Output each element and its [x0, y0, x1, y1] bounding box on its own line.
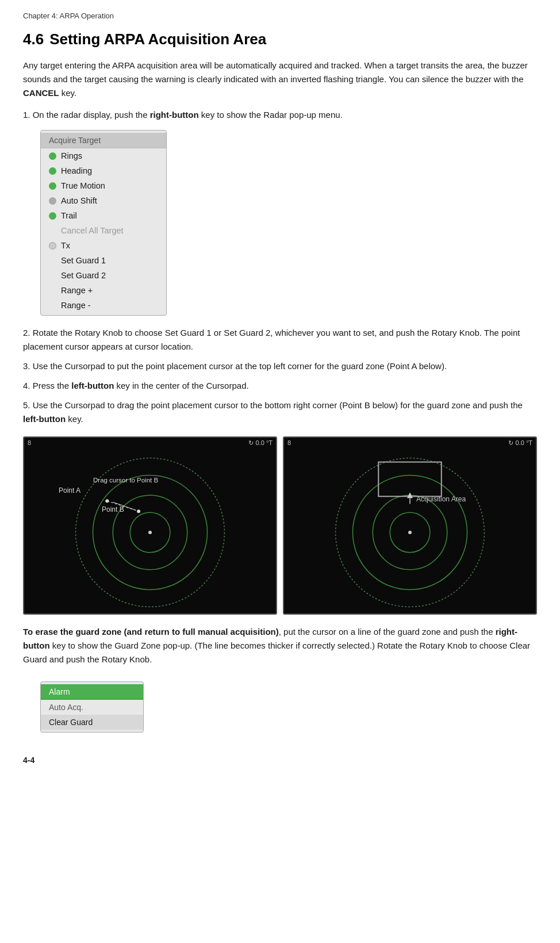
chapter-header: Chapter 4: ARPA Operation: [23, 12, 537, 20]
popup-small-container: Alarm Auto Acq. Clear Guard: [40, 681, 144, 733]
radar-left-svg: [24, 449, 276, 610]
menu-item-rings[interactable]: Rings: [41, 148, 166, 163]
step-3: 3. Use the Cursorpad to put the point pl…: [23, 359, 537, 373]
step-2: 2. Rotate the Rotary Knob to choose Set …: [23, 326, 537, 354]
popup-menu: Acquire Target Rings Heading True Motion…: [40, 130, 167, 316]
erase-paragraph: To erase the guard zone (and return to f…: [23, 625, 537, 666]
menu-item-set-guard-1[interactable]: Set Guard 1: [41, 253, 166, 268]
menu-item-set-guard-2[interactable]: Set Guard 2: [41, 268, 166, 283]
dot-rings: [49, 152, 56, 160]
menu-item-range-plus[interactable]: Range +: [41, 283, 166, 298]
popup-small-item-auto-acq[interactable]: Auto Acq.: [41, 700, 143, 715]
menu-item-heading[interactable]: Heading: [41, 163, 166, 178]
radar-left-top-right: ↻ 0.0 °T: [248, 439, 273, 447]
radar-row: 8 ↻ 0.0 °T Point A Drag cursor to Poi: [23, 436, 537, 615]
section-title: 4.6Setting ARPA Acquisition Area: [23, 30, 537, 48]
menu-item-trail[interactable]: Trail: [41, 208, 166, 223]
radar-left-top-left: 8: [28, 439, 31, 447]
radar-left: 8 ↻ 0.0 °T Point A Drag cursor to Poi: [23, 436, 277, 615]
menu-item-true-motion[interactable]: True Motion: [41, 178, 166, 193]
radar-right-top-left: 8: [287, 439, 291, 447]
popup-small-header: Alarm: [41, 684, 143, 700]
menu-item-tx[interactable]: Tx: [41, 238, 166, 253]
menu-item-range-minus[interactable]: Range -: [41, 298, 166, 313]
dot-auto-shift: [49, 197, 56, 205]
dot-trail: [49, 212, 56, 220]
dot-true-motion: [49, 182, 56, 190]
popup-menu-container: Acquire Target Rings Heading True Motion…: [40, 130, 537, 316]
radar-right-top-right: ↻ 0.0 °T: [508, 439, 532, 447]
point-a-label: Point A: [59, 486, 80, 494]
step-1: 1. On the radar display, push the right-…: [23, 108, 537, 122]
acq-area-label: Acquisition Area: [416, 495, 466, 503]
dot-heading: [49, 167, 56, 175]
step-5: 5. Use the Cursorpad to drag the point p…: [23, 398, 537, 426]
menu-item-auto-shift[interactable]: Auto Shift: [41, 193, 166, 208]
radar-right-svg: [284, 449, 536, 610]
step-4: 4. Press the left-button key in the cent…: [23, 379, 537, 393]
dot-tx: [49, 242, 56, 250]
menu-item-cancel-all[interactable]: Cancel All Target: [41, 223, 166, 238]
drag-label: Drag cursor to Point B: [93, 477, 158, 484]
svg-point-7: [137, 509, 140, 513]
page-number: 4-4: [23, 756, 537, 765]
popup-menu-header: Acquire Target: [41, 133, 166, 148]
intro-paragraph: Any target entering the ARPA acquisition…: [23, 59, 537, 100]
popup-small-item-clear-guard[interactable]: Clear Guard: [41, 715, 143, 730]
radar-right: 8 ↻ 0.0 °T Acquisition Area: [283, 436, 537, 615]
svg-point-13: [408, 531, 412, 534]
svg-point-4: [148, 531, 152, 534]
point-b-label: Point B: [102, 505, 124, 513]
